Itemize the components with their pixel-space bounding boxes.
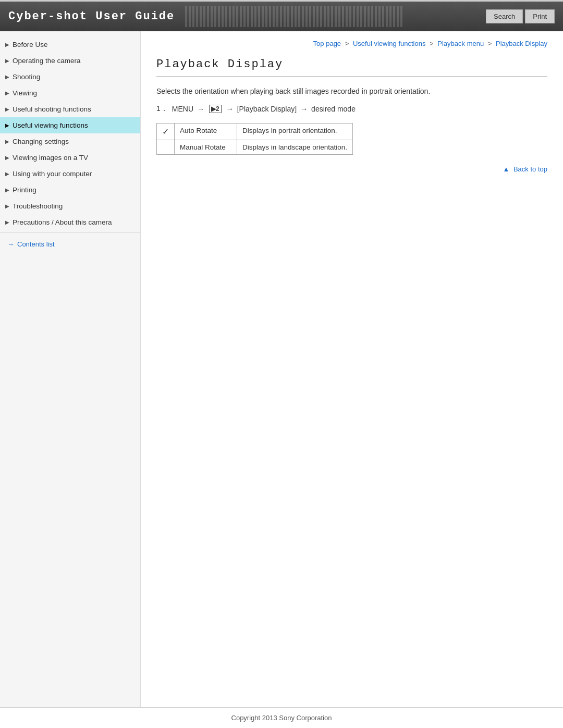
sidebar-item-changing-settings[interactable]: ▶Changing settings [0, 133, 140, 150]
main-layout: ▶Before Use▶Operating the camera▶Shootin… [0, 31, 563, 707]
options-table: ✓Auto RotateDisplays in portrait orienta… [156, 123, 353, 155]
stripe-bar [189, 6, 191, 27]
sidebar-item-label: Viewing [13, 89, 37, 97]
stripe-bar [397, 6, 399, 27]
sidebar-item-useful-viewing[interactable]: ▶Useful viewing functions [0, 117, 140, 133]
stripe-bar [229, 6, 231, 27]
table-icon-cell [157, 140, 175, 155]
back-to-top-icon: ▲ [503, 165, 509, 173]
sidebar-item-troubleshooting[interactable]: ▶Troubleshooting [0, 198, 140, 214]
stripe-bar [240, 6, 242, 27]
stripe-bar [309, 6, 311, 27]
breadcrumb-playback-menu[interactable]: Playback menu [437, 40, 484, 47]
end-text: desired mode [311, 105, 356, 113]
stripe-bar [185, 6, 187, 27]
stripe-bar [236, 6, 238, 27]
table-row: ✓Auto RotateDisplays in portrait orienta… [157, 124, 353, 140]
sidebar-item-viewing[interactable]: ▶Viewing [0, 85, 140, 101]
stripe-bar [400, 6, 402, 27]
description-text: Selects the orientation when playing bac… [156, 86, 547, 97]
sidebar-item-operating-camera[interactable]: ▶Operating the camera [0, 53, 140, 69]
breadcrumb-useful-viewing[interactable]: Useful viewing functions [353, 40, 425, 47]
sidebar-arrow-icon: ▶ [5, 58, 9, 64]
stripe-bar [258, 6, 260, 27]
menu-label: MENU [172, 105, 193, 113]
stripe-bar [214, 6, 216, 27]
stripe-bar [298, 6, 300, 27]
sidebar-item-precautions[interactable]: ▶Precautions / About this camera [0, 214, 140, 230]
sidebar-item-label: Changing settings [13, 138, 69, 145]
header-stripe-decoration [185, 2, 475, 31]
stripe-bar [324, 6, 326, 27]
stripe-bar [338, 6, 340, 27]
back-to-top[interactable]: ▲ Back to top [156, 165, 547, 173]
stripe-bar [251, 6, 253, 27]
sidebar-item-label: Before Use [13, 41, 48, 48]
stripe-bar [302, 6, 304, 27]
stripe-bar [269, 6, 271, 27]
table-row: Manual RotateDisplays in landscape orien… [157, 140, 353, 155]
stripe-bar [200, 6, 202, 27]
sidebar-item-label: Useful shooting functions [13, 105, 91, 113]
stripe-bar [265, 6, 267, 27]
stripe-bar [368, 6, 370, 27]
sidebar-item-viewing-tv[interactable]: ▶Viewing images on a TV [0, 150, 140, 166]
sidebar-item-printing[interactable]: ▶Printing [0, 182, 140, 198]
stripe-bar [262, 6, 264, 27]
breadcrumb-sep2: > [430, 40, 434, 47]
table-label-cell: Manual Rotate [175, 140, 237, 155]
sidebar-arrow-icon: ▶ [5, 122, 9, 128]
sidebar-item-label: Using with your computer [13, 170, 92, 178]
search-button[interactable]: Search [486, 9, 523, 23]
breadcrumb-current: Playback Display [496, 40, 547, 47]
arrow3: → [300, 105, 308, 113]
copyright-text: Copyright 2013 Sony Corporation [231, 714, 332, 722]
sidebar-item-using-computer[interactable]: ▶Using with your computer [0, 166, 140, 182]
stripe-bar [327, 6, 329, 27]
stripe-bar [291, 6, 293, 27]
sidebar-item-label: Troubleshooting [13, 202, 63, 210]
sidebar-item-label: Operating the camera [13, 57, 81, 65]
playback-icon: ▶2 [209, 105, 222, 113]
sidebar-arrow-icon: ▶ [5, 155, 9, 161]
stripe-bar [247, 6, 249, 27]
sidebar-item-before-use[interactable]: ▶Before Use [0, 36, 140, 53]
header: Cyber-shot User Guide Search Print [0, 0, 563, 31]
sidebar-arrow-icon: ▶ [5, 203, 9, 209]
instruction-line: 1． MENU → ▶2 → [Playback Display] → desi… [156, 104, 547, 114]
stripe-bar [342, 6, 344, 27]
stripe-bar [218, 6, 220, 27]
contents-list-link[interactable]: → Contents list [0, 235, 140, 253]
stripe-bar [305, 6, 308, 27]
stripe-bar [389, 6, 391, 27]
sidebar-arrow-icon: ▶ [5, 171, 9, 177]
stripe-bar [254, 6, 256, 27]
sidebar-arrow-icon: ▶ [5, 74, 9, 80]
stripe-bar [203, 6, 205, 27]
sidebar-arrow-icon: ▶ [5, 139, 9, 144]
page-title: Playback Display [156, 58, 547, 77]
table-desc-cell: Displays in portrait orientation. [237, 124, 353, 140]
stripe-bar [243, 6, 246, 27]
stripe-bar [316, 6, 319, 27]
sidebar-arrow-icon: ▶ [5, 187, 9, 193]
stripe-bar [346, 6, 348, 27]
sidebar-item-useful-shooting[interactable]: ▶Useful shooting functions [0, 101, 140, 117]
stripe-bar [320, 6, 322, 27]
breadcrumb-top-page[interactable]: Top page [313, 40, 341, 47]
stripe-bar [211, 6, 213, 27]
sidebar-item-label: Shooting [13, 73, 40, 81]
arrow-right-icon: → [7, 240, 14, 248]
stripe-bar [360, 6, 362, 27]
stripe-bar [371, 6, 373, 27]
stripe-bars [185, 6, 402, 27]
sidebar-arrow-icon: ▶ [5, 219, 9, 225]
stripe-bar [375, 6, 377, 27]
stripe-bar [232, 6, 235, 27]
sidebar-item-shooting[interactable]: ▶Shooting [0, 69, 140, 85]
sidebar-arrow-icon: ▶ [5, 42, 9, 47]
playback-number: 2 [216, 105, 219, 113]
stripe-bar [280, 6, 282, 27]
stripe-bar [313, 6, 315, 27]
print-button[interactable]: Print [525, 9, 555, 23]
